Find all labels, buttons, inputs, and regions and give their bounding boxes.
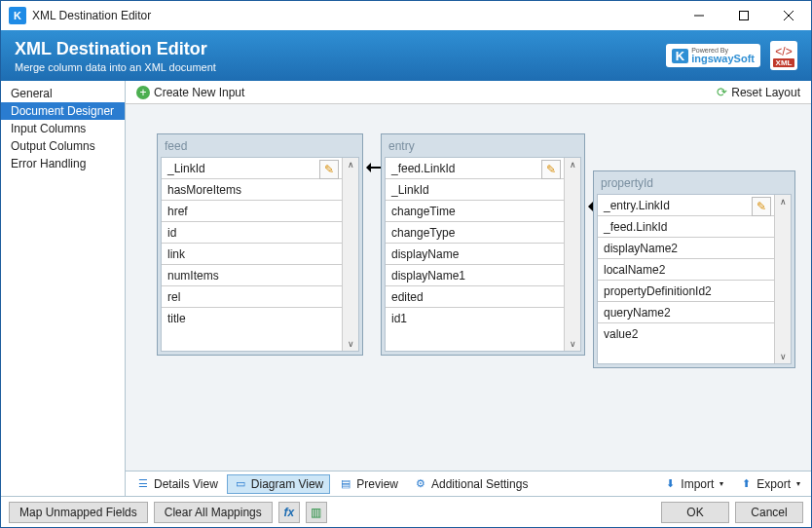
map-unmapped-fields-button[interactable]: Map Unmapped Fields [9, 502, 148, 523]
node-entry[interactable]: entry ✎ _feed.LinkId _LinkId changeTime … [381, 133, 585, 356]
edit-node-button[interactable]: ✎ [319, 160, 339, 179]
field-row[interactable]: href [162, 201, 342, 222]
scroll-down-icon[interactable]: ∨ [568, 337, 578, 351]
maximize-button[interactable] [721, 1, 766, 30]
additional-settings-button[interactable]: ⚙Additional Settings [407, 474, 535, 494]
pencil-icon: ✎ [757, 200, 766, 213]
content-toolbar: + Create New Input ⟳ Reset Layout [126, 81, 811, 104]
list-icon: ☰ [136, 477, 150, 491]
field-row[interactable]: numItems [162, 265, 342, 286]
svg-rect-1 [740, 12, 749, 20]
pencil-icon: ✎ [324, 163, 334, 176]
details-view-button[interactable]: ☰Details View [129, 474, 225, 494]
field-row[interactable]: id [162, 222, 342, 244]
diagram-canvas[interactable]: feed ✎ _LinkId hasMoreItems href id link… [126, 104, 811, 471]
field-row[interactable]: displayName [386, 244, 564, 265]
refresh-icon: ⟳ [717, 85, 727, 99]
node-propertyid[interactable]: propertyId ✎ _entry.LinkId _feed.LinkId … [593, 170, 795, 368]
banner-subtitle: Merge column data into an XML document [15, 61, 666, 73]
fx-button[interactable]: fx [278, 502, 300, 523]
diagram-icon: ▭ [234, 477, 247, 491]
field-row[interactable]: _LinkId [386, 179, 564, 201]
ok-button[interactable]: OK [661, 502, 729, 523]
node-title: propertyId [597, 174, 792, 194]
scrollbar[interactable]: ∧∨ [564, 158, 580, 351]
node-feed[interactable]: feed ✎ _LinkId hasMoreItems href id link… [157, 133, 363, 356]
field-row[interactable]: localName2 [598, 259, 774, 281]
sidebar-item-document-designer[interactable]: Document Designer [1, 102, 125, 120]
sidebar-item-error-handling[interactable]: Error Handling [1, 155, 125, 172]
edit-node-button[interactable]: ✎ [541, 160, 561, 179]
field-row[interactable]: title [162, 308, 342, 329]
field-row[interactable]: edited [386, 286, 564, 308]
close-button[interactable] [766, 1, 811, 30]
diagram-view-button[interactable]: ▭Diagram View [227, 474, 330, 494]
pencil-icon: ✎ [546, 163, 556, 176]
scroll-down-icon[interactable]: ∨ [346, 337, 356, 351]
field-row[interactable]: link [162, 244, 342, 265]
field-row[interactable]: queryName2 [598, 302, 774, 323]
bottom-bar: Map Unmapped Fields Clear All Mappings f… [1, 496, 811, 527]
field-row[interactable]: _entry.LinkId [598, 195, 774, 216]
chevron-down-icon: ▾ [720, 479, 723, 488]
columns-tool-button[interactable]: ▥ [306, 502, 327, 523]
export-icon: ⬆ [739, 477, 753, 491]
minimize-button[interactable] [677, 1, 721, 30]
chevron-down-icon: ▾ [796, 479, 800, 488]
cancel-button[interactable]: Cancel [735, 502, 803, 523]
field-row[interactable]: changeType [386, 222, 564, 244]
add-icon: + [136, 86, 150, 99]
create-new-input-button[interactable]: + Create New Input [129, 83, 251, 102]
columns-icon: ▥ [311, 506, 321, 519]
import-button[interactable]: ⬇Import▾ [656, 474, 730, 494]
scrollbar[interactable]: ∧∨ [774, 195, 791, 363]
field-row[interactable]: id1 [386, 308, 564, 329]
xml-icon: </> XML [770, 41, 797, 70]
preview-button[interactable]: ▤Preview [332, 474, 405, 494]
reset-layout-button[interactable]: ⟳ Reset Layout [710, 82, 807, 102]
field-row[interactable]: propertyDefinitionId2 [598, 281, 774, 302]
scrollbar[interactable]: ∧∨ [342, 158, 358, 351]
field-row[interactable]: _feed.LinkId [598, 216, 774, 238]
export-button[interactable]: ⬆Export▾ [732, 474, 807, 494]
scroll-down-icon[interactable]: ∨ [778, 350, 789, 363]
clear-all-mappings-button[interactable]: Clear All Mappings [154, 502, 273, 523]
field-row[interactable]: displayName1 [386, 265, 564, 286]
banner-title: XML Destination Editor [15, 39, 666, 59]
scroll-up-icon[interactable]: ∧ [568, 158, 578, 171]
field-row[interactable]: rel [162, 286, 342, 308]
node-title: entry [385, 137, 581, 157]
header-banner: XML Destination Editor Merge column data… [1, 30, 811, 81]
sidebar-item-input-columns[interactable]: Input Columns [1, 120, 125, 137]
field-row[interactable]: _feed.LinkId [386, 158, 564, 179]
node-title: feed [161, 137, 359, 157]
scroll-up-icon[interactable]: ∧ [778, 195, 789, 208]
field-row[interactable]: changeTime [386, 201, 564, 222]
preview-icon: ▤ [339, 477, 352, 491]
gear-icon: ⚙ [414, 477, 427, 491]
scroll-up-icon[interactable]: ∧ [346, 158, 356, 171]
brand-badge: K Powered ByingswaySoft [666, 44, 760, 67]
sidebar-item-output-columns[interactable]: Output Columns [1, 137, 125, 155]
sidebar-item-general[interactable]: General [1, 85, 125, 102]
window-title: XML Destination Editor [32, 9, 677, 22]
view-toolbar: ☰Details View ▭Diagram View ▤Preview ⚙Ad… [126, 471, 811, 496]
field-row[interactable]: hasMoreItems [162, 179, 342, 201]
field-row[interactable]: displayName2 [598, 238, 774, 259]
fx-icon: fx [283, 506, 294, 519]
edit-node-button[interactable]: ✎ [752, 197, 771, 216]
title-bar: K XML Destination Editor [1, 1, 811, 30]
app-logo: K [9, 7, 26, 24]
field-row[interactable]: value2 [598, 323, 774, 345]
sidebar: General Document Designer Input Columns … [1, 81, 126, 496]
field-row[interactable]: _LinkId [162, 158, 342, 179]
import-icon: ⬇ [663, 477, 677, 491]
